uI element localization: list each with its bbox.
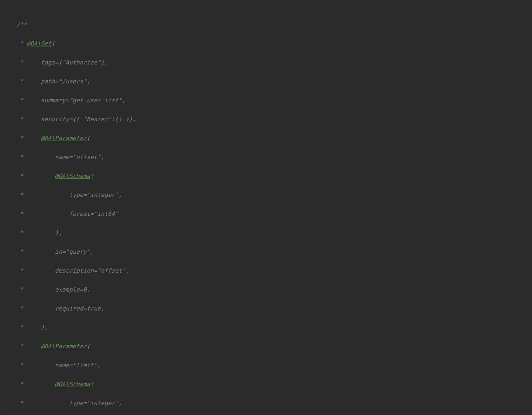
code-line: * [16,173,55,179]
code-line: * name="limit", [16,362,101,369]
doc-tag: @OA\Schema [55,173,90,179]
right-margin-line [436,0,436,415]
code-line: * tags={"Authorize"}, [16,59,108,66]
code-line: * ), [16,229,62,236]
code-line: * [16,40,27,47]
code-line: * required=true, [16,305,104,312]
doc-tag: @OA\Parameter [41,135,87,141]
code-line: * name="offset", [16,154,104,160]
code-text: ( [87,135,90,141]
code-line: * format="int64" [16,210,118,217]
code-text: ( [51,40,55,47]
code-line: /** [16,21,27,28]
doc-tag: @OA\Parameter [41,343,87,350]
doc-tag: @OA\Get [27,40,51,47]
code-area[interactable]: /** * @OA\Get( * tags={"Authorize"}, * p… [5,0,532,415]
code-line: * type="integer", [16,192,122,198]
code-text: ( [90,381,94,388]
code-line: * [16,381,55,388]
code-line: * [16,343,41,350]
code-line: * ), [16,324,48,331]
code-line: * summary="get user list", [16,97,126,104]
code-text: ( [87,343,90,350]
doc-tag: @OA\Schema [55,381,90,388]
code-line: * path="/users", [16,78,90,85]
gutter [0,0,5,415]
code-editor[interactable]: /** * @OA\Get( * tags={"Authorize"}, * p… [0,0,532,415]
code-line: * type="integer", [16,400,122,406]
code-line: * [16,135,41,141]
code-line: * security={{ "Bearer":{} }}, [16,116,136,123]
code-line: * example=0, [16,286,90,293]
code-line: * in="query", [16,248,94,255]
code-text: ( [90,173,94,179]
code-line: * description="offset", [16,267,129,274]
